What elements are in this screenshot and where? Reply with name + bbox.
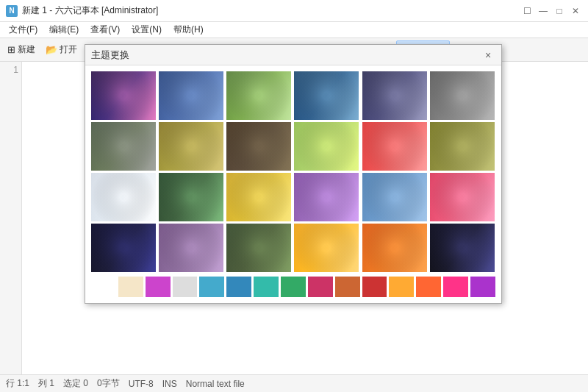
theme-image-1[interactable] bbox=[159, 71, 223, 120]
theme-image-3[interactable] bbox=[294, 71, 359, 120]
theme-image-10[interactable] bbox=[362, 122, 427, 171]
theme-image-16[interactable] bbox=[362, 173, 427, 221]
color-swatch-0[interactable] bbox=[91, 277, 116, 297]
color-swatch-10[interactable] bbox=[362, 277, 387, 297]
theme-image-8[interactable] bbox=[226, 122, 291, 171]
theme-image-5[interactable] bbox=[430, 71, 495, 120]
theme-image-4[interactable] bbox=[362, 71, 427, 120]
color-swatch-8[interactable] bbox=[308, 277, 333, 297]
image-grid bbox=[91, 71, 495, 272]
color-swatch-14[interactable] bbox=[470, 277, 495, 297]
color-swatch-1[interactable] bbox=[118, 277, 143, 297]
theme-image-7[interactable] bbox=[159, 122, 223, 171]
theme-image-6[interactable] bbox=[91, 122, 156, 171]
color-swatch-2[interactable] bbox=[146, 277, 171, 297]
theme-image-23[interactable] bbox=[430, 224, 495, 272]
color-swatch-9[interactable] bbox=[335, 277, 360, 297]
theme-image-0[interactable] bbox=[91, 71, 156, 120]
dialog-title-text: 主题更换 bbox=[91, 49, 129, 62]
theme-image-22[interactable] bbox=[362, 224, 427, 272]
theme-image-19[interactable] bbox=[159, 224, 223, 272]
theme-image-9[interactable] bbox=[294, 122, 359, 171]
color-swatch-5[interactable] bbox=[226, 277, 251, 297]
color-swatch-13[interactable] bbox=[443, 277, 468, 297]
theme-image-11[interactable] bbox=[430, 122, 495, 171]
color-swatch-6[interactable] bbox=[254, 277, 279, 297]
theme-image-14[interactable] bbox=[226, 173, 291, 221]
theme-image-20[interactable] bbox=[226, 224, 291, 272]
theme-image-12[interactable] bbox=[91, 173, 156, 221]
color-swatch-12[interactable] bbox=[416, 277, 441, 297]
dialog-close-button[interactable]: × bbox=[481, 48, 495, 63]
color-swatch-3[interactable] bbox=[173, 277, 198, 297]
dialog-body bbox=[85, 65, 501, 303]
dialog-title-bar: 主题更换 × bbox=[85, 45, 501, 65]
color-row bbox=[91, 277, 495, 297]
theme-image-18[interactable] bbox=[91, 224, 156, 272]
theme-image-17[interactable] bbox=[430, 173, 495, 221]
theme-image-15[interactable] bbox=[294, 173, 359, 221]
theme-image-2[interactable] bbox=[226, 71, 291, 120]
theme-image-13[interactable] bbox=[159, 173, 223, 221]
theme-image-21[interactable] bbox=[294, 224, 359, 272]
color-swatch-4[interactable] bbox=[199, 277, 224, 297]
theme-dialog: 主题更换 × bbox=[85, 44, 502, 304]
dialog-overlay: 主题更换 × bbox=[0, 0, 588, 392]
color-swatch-11[interactable] bbox=[389, 277, 414, 297]
color-swatch-7[interactable] bbox=[281, 277, 306, 297]
